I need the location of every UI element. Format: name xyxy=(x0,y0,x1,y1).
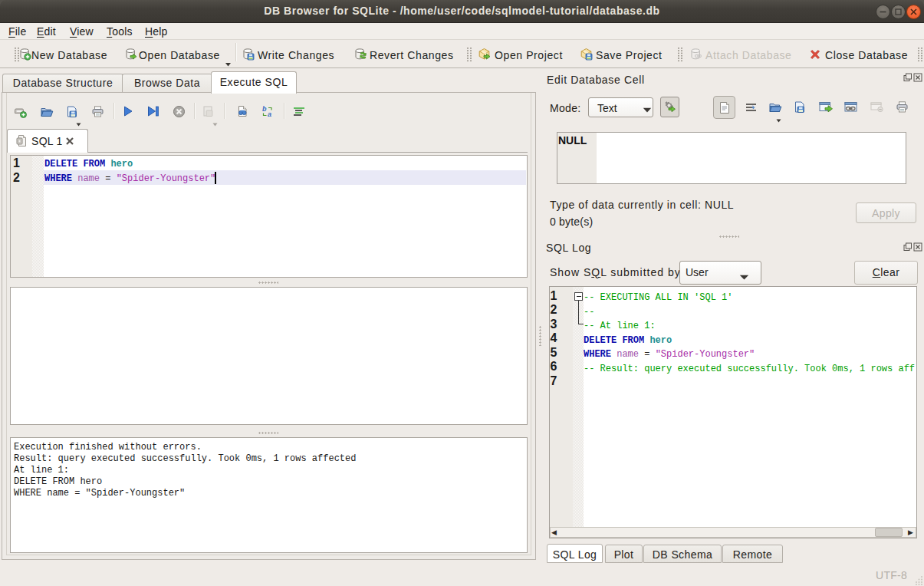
svg-text:a: a xyxy=(268,110,271,118)
svg-text:b: b xyxy=(262,105,267,113)
